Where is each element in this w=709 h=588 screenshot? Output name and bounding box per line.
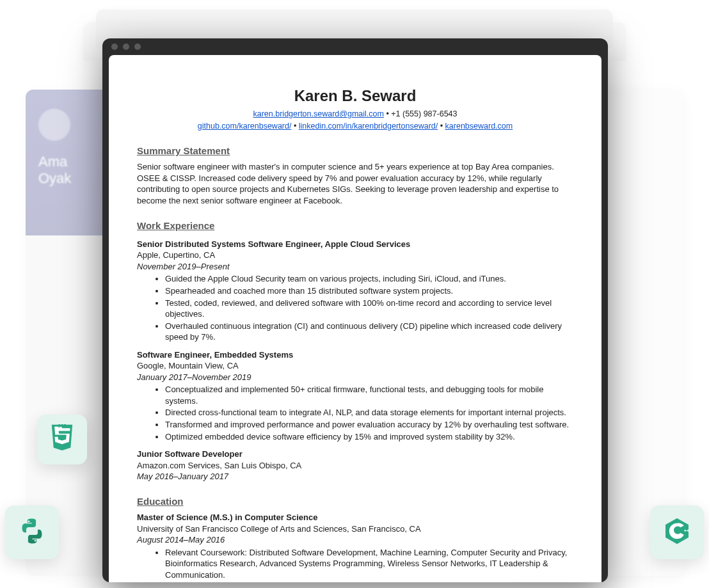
bullet: Relevant Coursework: Distributed Softwar…: [165, 547, 573, 581]
phone-text: +1 (555) 987-6543: [391, 109, 457, 118]
python-badge: [5, 505, 59, 559]
cpp-icon: ++: [662, 516, 692, 548]
job-block: Software Engineer, Embedded Systems Goog…: [137, 349, 573, 442]
section-education-heading: Education: [137, 495, 573, 508]
svg-text:++: ++: [684, 528, 689, 534]
browser-window: Karen B. Seward karen.bridgerton.seward@…: [102, 38, 608, 582]
job-title: Senior Distributed Systems Software Engi…: [137, 239, 573, 250]
education-dates: August 2014–May 2016: [137, 534, 573, 546]
bullet: Spearheaded and coached more than 15 dis…: [165, 285, 573, 297]
website-link[interactable]: karenbseward.com: [445, 122, 513, 131]
job-location: Google, Mountain View, CA: [137, 360, 573, 372]
bullet: Guided the Apple Cloud Security team on …: [165, 273, 573, 285]
job-dates: November 2019–Present: [137, 261, 573, 273]
window-control-close-icon[interactable]: [111, 44, 118, 50]
job-title: Software Engineer, Embedded Systems: [137, 349, 573, 361]
css3-icon: CSS: [47, 424, 77, 456]
job-block: Senior Distributed Systems Software Engi…: [137, 239, 573, 343]
degree-title: Master of Science (M.S.) in Computer Sci…: [137, 512, 573, 523]
contact-line-2: github.com/karenbseward/ • linkedin.com/…: [137, 121, 573, 132]
github-link[interactable]: github.com/karenbseward/: [198, 122, 292, 131]
bullet: Conceptualized and implemented 50+ criti…: [165, 384, 573, 406]
section-summary-heading: Summary Statement: [137, 145, 573, 157]
resume-name: Karen B. Seward: [137, 86, 573, 106]
stage: Ama Oyak dIn Page eloper with ence build…: [0, 0, 709, 588]
css-badge: CSS: [37, 415, 87, 465]
window-titlebar: [102, 38, 608, 55]
job-location: Apple, Cupertino, CA: [137, 250, 573, 261]
school-name: University of San Francisco College of A…: [137, 523, 573, 535]
contact-line-1: karen.bridgerton.seward@gmail.com • +1 (…: [137, 109, 573, 120]
cpp-badge: ++: [650, 505, 704, 559]
email-link[interactable]: karen.bridgerton.seward@gmail.com: [253, 109, 384, 118]
separator: •: [384, 109, 391, 118]
job-bullets: Guided the Apple Cloud Security team on …: [165, 273, 573, 342]
python-icon: [17, 516, 47, 548]
job-location: Amazon.com Services, San Luis Obispo, CA: [137, 460, 573, 472]
separator: •: [291, 122, 298, 131]
job-title: Junior Software Developer: [137, 449, 573, 460]
separator: •: [438, 122, 445, 131]
bullet: Tested, coded, reviewed, and delivered s…: [165, 298, 573, 320]
job-bullets: Conceptualized and implemented 50+ criti…: [165, 384, 573, 442]
window-control-minimize-icon[interactable]: [123, 44, 129, 50]
job-dates: May 2016–January 2017: [137, 471, 573, 482]
section-work-heading: Work Experience: [137, 219, 573, 232]
window-control-maximize-icon[interactable]: [134, 44, 141, 50]
summary-text: Senior software engineer with master's i…: [137, 161, 573, 206]
education-bullets: Relevant Coursework: Distributed Softwar…: [165, 547, 573, 581]
bullet: Optimized embedded device software effic…: [165, 431, 573, 443]
bullet: Transformed and improved performance and…: [165, 419, 573, 431]
bullet: Directed cross-functional team to integr…: [165, 407, 573, 418]
resume-document: Karen B. Seward karen.bridgerton.seward@…: [109, 55, 601, 580]
bullet: Overhauled continuous integration (CI) a…: [165, 321, 573, 343]
education-block: Master of Science (M.S.) in Computer Sci…: [137, 512, 573, 580]
job-block: Junior Software Developer Amazon.com Ser…: [137, 449, 573, 482]
document-viewport[interactable]: Karen B. Seward karen.bridgerton.seward@…: [109, 55, 601, 582]
svg-text:CSS: CSS: [58, 424, 67, 428]
job-dates: January 2017–November 2019: [137, 372, 573, 383]
linkedin-link[interactable]: linkedin.com/in/karenbridgertonseward/: [299, 122, 438, 131]
